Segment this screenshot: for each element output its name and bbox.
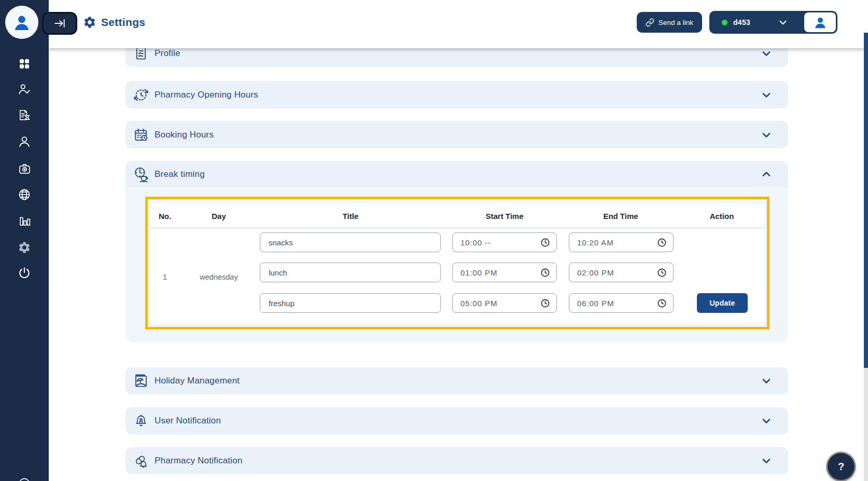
row-number: 1 <box>163 273 167 281</box>
chevron-up-icon <box>760 168 773 181</box>
time-value: 10:00 -- <box>460 238 540 247</box>
break-title-input[interactable] <box>260 263 441 282</box>
account-avatar[interactable] <box>804 12 836 32</box>
break-start-time-input[interactable]: 05:00 PM <box>452 293 557 313</box>
sidebar-item-dashboard[interactable] <box>18 57 31 71</box>
time-value: 05:00 PM <box>460 299 540 308</box>
bell-user-icon <box>131 411 151 431</box>
break-table-highlight: No. Day Title Start Time End Time Action… <box>145 197 769 329</box>
break-title-input[interactable] <box>260 293 441 313</box>
sidebar-item-pending-reports[interactable] <box>18 108 31 122</box>
col-day: Day <box>212 203 226 228</box>
section-user-notification[interactable]: User Notification <box>125 407 788 434</box>
break-start-time-input[interactable]: 01:00 PM <box>452 263 557 282</box>
sidebar-item-analytics[interactable] <box>18 213 31 227</box>
section-label: User Notification <box>155 416 221 426</box>
col-start: Start Time <box>485 203 523 228</box>
clock-icon[interactable] <box>657 298 667 308</box>
section-pharmacy-notification[interactable]: Pharmacy Notification <box>125 447 788 474</box>
sidebar-user-avatar[interactable] <box>5 6 38 39</box>
page-scrollbar[interactable] <box>864 0 868 481</box>
break-end-time-input[interactable]: 06:00 PM <box>569 293 674 313</box>
section-holiday-management[interactable]: Holiday Management <box>125 367 788 394</box>
col-title: Title <box>343 203 359 228</box>
calendar-clock-icon <box>131 125 151 145</box>
person-icon <box>11 12 32 33</box>
calendar-umbrella-icon <box>131 371 151 391</box>
help-button[interactable]: ? <box>828 453 855 480</box>
person-icon <box>813 15 828 30</box>
top-header: Settings Send a link d453 <box>49 0 864 48</box>
section-label: Break timing <box>155 169 205 180</box>
section-booking-hours[interactable]: Booking Hours <box>125 121 788 148</box>
chevron-down-icon <box>777 17 789 28</box>
report-hourglass-icon <box>18 108 31 122</box>
page-title: Settings <box>101 16 145 29</box>
clock-icon[interactable] <box>540 298 550 308</box>
break-title-input[interactable] <box>260 232 441 252</box>
link-icon <box>646 18 654 27</box>
camera-icon <box>18 162 31 175</box>
col-no: No. <box>159 203 171 228</box>
col-end: End Time <box>603 203 638 228</box>
online-status-dot <box>722 20 727 25</box>
clock-refresh-icon <box>131 85 151 105</box>
time-value: 06:00 PM <box>577 299 657 308</box>
gear-icon <box>18 241 31 254</box>
settings-page: Settings Send a link d453 <box>0 0 868 481</box>
send-link-button[interactable]: Send a link <box>637 12 702 33</box>
time-value: 10:20 AM <box>577 238 657 247</box>
chevron-down-icon <box>760 455 773 467</box>
scrollbar-thumb[interactable] <box>864 33 868 368</box>
sidebar-item-user[interactable] <box>18 135 31 148</box>
col-action: Action <box>710 203 734 228</box>
break-start-time-input[interactable]: 10:00 -- <box>452 232 557 252</box>
dashboard-icon <box>18 58 31 70</box>
sidebar-item-camera[interactable] <box>18 162 31 175</box>
sidebar-item-globe[interactable] <box>18 188 31 201</box>
update-button[interactable]: Update <box>697 293 748 313</box>
clock-icon[interactable] <box>540 268 550 278</box>
clock-icon[interactable] <box>657 268 667 278</box>
break-table-header: No. Day Title Start Time End Time Action <box>150 203 765 228</box>
sidebar-item-logout[interactable] <box>18 266 31 280</box>
sidebar-item-partial <box>18 477 31 481</box>
user-check-icon <box>18 83 31 96</box>
break-end-time-input[interactable]: 10:20 AM <box>569 232 674 252</box>
break-end-time-input[interactable]: 02:00 PM <box>569 263 674 282</box>
sidebar <box>0 0 49 481</box>
break-table: No. Day Title Start Time End Time Action… <box>150 203 765 324</box>
pill-bell-icon <box>131 451 151 471</box>
chevron-down-icon <box>760 47 773 60</box>
arrow-to-bar-icon <box>53 17 66 30</box>
time-value: 01:00 PM <box>460 268 540 277</box>
sidebar-collapse-toggle[interactable] <box>44 13 76 33</box>
clock-coffee-icon <box>131 164 151 184</box>
section-pharmacy-opening-hours[interactable]: Pharmacy Opening Hours <box>125 81 788 108</box>
chevron-down-icon <box>760 375 773 387</box>
section-break-timing-panel: Break timing No. Day Title Start Time En… <box>125 161 788 342</box>
power-icon <box>18 266 31 280</box>
partial-globe-icon <box>18 477 31 481</box>
sidebar-item-settings[interactable] <box>18 241 31 254</box>
bar-chart-icon <box>18 214 31 227</box>
page-title-group: Settings <box>83 16 145 29</box>
chevron-down-icon <box>760 415 773 427</box>
account-dropdown[interactable]: d453 <box>709 11 837 34</box>
row-day: wednesday <box>200 273 237 281</box>
section-label: Profile <box>155 48 180 59</box>
section-break-timing[interactable]: Break timing <box>125 161 788 189</box>
globe-icon <box>18 188 31 201</box>
send-link-label: Send a link <box>659 19 693 26</box>
section-label: Pharmacy Notification <box>155 456 243 466</box>
section-label: Booking Hours <box>155 130 214 140</box>
sidebar-item-user-check[interactable] <box>18 83 31 96</box>
clock-icon[interactable] <box>540 238 550 248</box>
scrollbar-track <box>864 368 868 481</box>
account-id: d453 <box>733 18 750 26</box>
user-icon <box>18 135 31 148</box>
time-value: 02:00 PM <box>577 268 657 277</box>
chevron-down-icon <box>760 129 773 141</box>
clock-icon[interactable] <box>657 238 667 248</box>
section-label: Pharmacy Opening Hours <box>155 90 258 100</box>
